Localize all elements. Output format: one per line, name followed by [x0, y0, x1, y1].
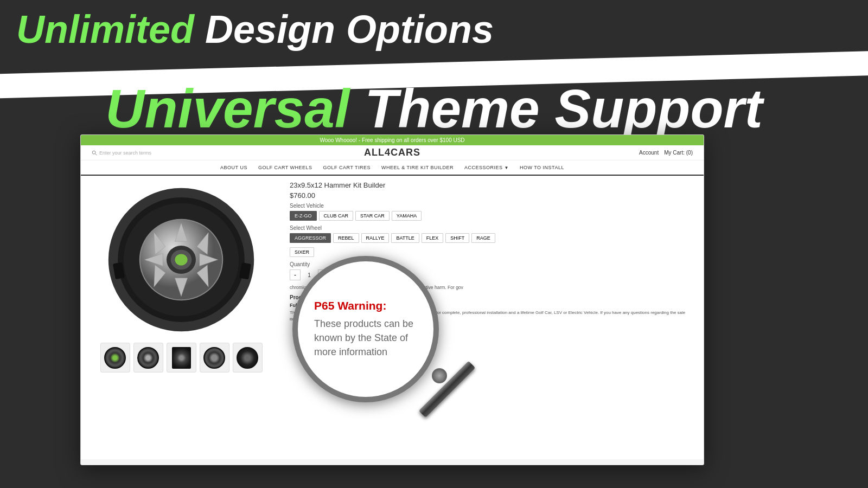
wheel-options: AGGRESSOR REBEL RALLYE BATTLE FLEX SHIFT…: [290, 233, 695, 243]
magnifier: P65 Warning: These products can be known…: [292, 256, 477, 435]
site-logo: ALL4CARS: [364, 147, 420, 158]
nav-golf-cart-wheels[interactable]: GOLF CART WHEELS: [258, 165, 312, 170]
product-price: $760.00: [290, 191, 695, 200]
vehicle-btn-clubcar[interactable]: CLUB CAR: [319, 211, 354, 221]
headline-green: Unlimited: [16, 8, 194, 51]
nav-about-us[interactable]: ABOUT US: [220, 165, 247, 170]
site-topbar: Wooo Whoooo! - Free shipping on all orde…: [81, 135, 704, 145]
tire-image: [100, 184, 263, 336]
magnifier-handle: [419, 361, 476, 418]
wheel-btn-battle[interactable]: BATTLE: [391, 233, 419, 243]
site-nav: ABOUT US GOLF CART WHEELS GOLF CART TIRE…: [81, 160, 704, 176]
account-area: Account My Cart: (0): [639, 150, 693, 156]
vehicle-options: E-Z-GO CLUB CAR STAR CAR YAMAHA: [290, 211, 695, 221]
wheel-btn-flex[interactable]: FLEX: [422, 233, 444, 243]
thumbnail-2[interactable]: [133, 343, 163, 373]
accessories-dropdown-icon: ▼: [505, 165, 509, 170]
thumbnail-1[interactable]: [100, 343, 130, 373]
nav-how-to-install[interactable]: HOW TO INSTALL: [520, 165, 564, 170]
svg-point-0: [92, 151, 95, 154]
thumbnail-4[interactable]: [200, 343, 229, 373]
wheel-btn-aggressor[interactable]: AGGRESSOR: [290, 233, 331, 243]
cart-link[interactable]: My Cart: (0): [664, 150, 693, 156]
top-headline: Unlimited Design Options: [16, 10, 494, 49]
thumbnail-5[interactable]: [233, 343, 263, 373]
magnifier-connector: [432, 368, 447, 383]
headline-white: Design Options: [194, 8, 494, 51]
product-title: 23x9.5x12 Hammer Kit Builder: [290, 181, 695, 189]
website-mockup: Wooo Whoooo! - Free shipping on all orde…: [80, 134, 704, 465]
svg-line-1: [95, 153, 97, 155]
warning-title: P65 Warning:: [314, 299, 417, 312]
select-wheel-label: Select Wheel: [290, 225, 695, 231]
wheel-btn-rallye[interactable]: RALLYE: [361, 233, 390, 243]
account-link[interactable]: Account: [639, 150, 659, 156]
product-thumbnails: [100, 343, 263, 373]
search-icon: [92, 150, 97, 156]
wheel-btn-rage[interactable]: RAGE: [471, 233, 495, 243]
svg-point-17: [175, 254, 187, 265]
magnifier-glass: P65 Warning: These products can be known…: [292, 256, 439, 402]
search-area[interactable]: Enter your search terms: [92, 150, 151, 156]
site-header: Enter your search terms ALL4CARS Account…: [81, 145, 704, 160]
product-image-area: [81, 176, 282, 459]
wheel-btn-rebel[interactable]: REBEL: [333, 233, 359, 243]
product-main-image: [89, 181, 273, 338]
nav-wheel-tire-kit[interactable]: WHEEL & TIRE KIT BUILDER: [381, 165, 454, 170]
nav-golf-cart-tires[interactable]: GOLF CART TIRES: [323, 165, 371, 170]
select-vehicle-label: Select Vehicle: [290, 203, 695, 209]
nav-accessories[interactable]: ACCESSORIES ▼: [464, 165, 509, 170]
wheel-btn-shift[interactable]: SHIFT: [445, 233, 469, 243]
mid-headline-white: Theme Support: [350, 78, 763, 139]
vehicle-btn-yamaha[interactable]: YAMAHA: [392, 211, 422, 221]
thumbnail-3[interactable]: [167, 343, 196, 373]
mid-headline-green: Universal: [105, 78, 349, 139]
mid-headline: Universal Theme Support: [0, 81, 868, 136]
vehicle-btn-starcar[interactable]: STAR CAR: [355, 211, 390, 221]
vehicle-btn-ezgo[interactable]: E-Z-GO: [290, 211, 317, 221]
warning-text: These products can be known by the State…: [314, 317, 417, 359]
